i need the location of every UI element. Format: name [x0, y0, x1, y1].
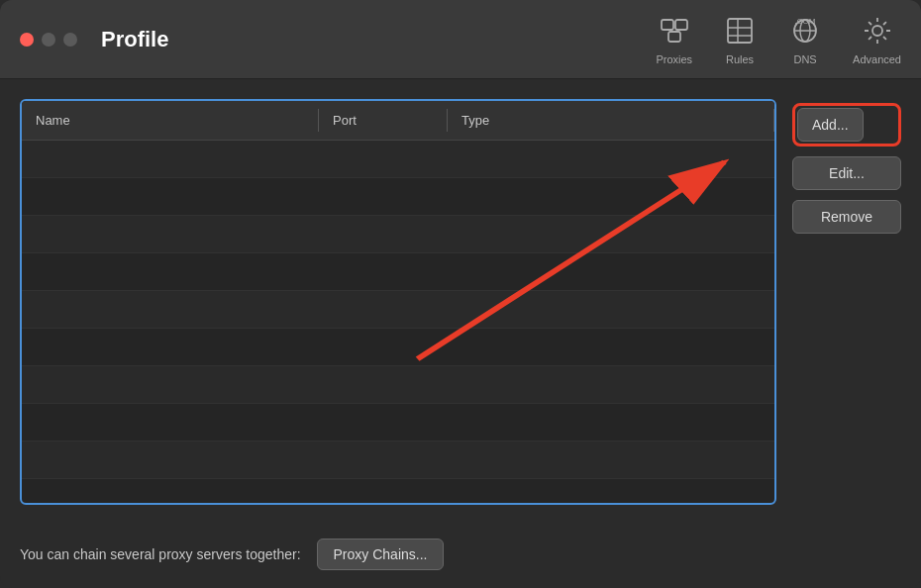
add-button[interactable]: Add...	[797, 108, 864, 142]
toolbar-dns[interactable]: .COM DNS	[787, 13, 823, 65]
svg-line-3	[667, 30, 674, 32]
toolbar-advanced[interactable]: Advanced	[853, 13, 901, 65]
footer: You can chain several proxy servers toge…	[0, 525, 921, 588]
table-body[interactable]	[22, 141, 774, 503]
table-row	[22, 329, 774, 366]
maximize-button[interactable]	[63, 33, 77, 47]
toolbar-rules[interactable]: Rules	[722, 13, 758, 65]
titlebar: Profile Proxies	[0, 0, 921, 79]
proxies-label: Proxies	[656, 53, 692, 65]
dns-label: DNS	[793, 53, 816, 65]
advanced-label: Advanced	[853, 53, 901, 65]
footer-text: You can chain several proxy servers toge…	[20, 546, 301, 562]
table-row	[22, 441, 774, 479]
rules-label: Rules	[726, 53, 754, 65]
add-button-wrapper: Add...	[792, 103, 901, 147]
sidebar-buttons: Add... Edit... Remove	[792, 99, 901, 505]
svg-rect-1	[675, 20, 687, 30]
col-type: Type	[448, 109, 774, 132]
traffic-lights	[20, 33, 77, 47]
dns-icon: .COM	[787, 13, 823, 49]
edit-button[interactable]: Edit...	[792, 156, 901, 190]
svg-rect-0	[662, 20, 673, 30]
svg-point-13	[872, 26, 882, 36]
remove-button[interactable]: Remove	[792, 200, 901, 234]
svg-line-4	[674, 30, 681, 32]
table-row	[22, 141, 774, 178]
add-button-highlight: Add...	[792, 103, 901, 147]
titlebar-left: Profile	[20, 27, 168, 52]
svg-line-20	[883, 22, 886, 25]
table-row	[22, 216, 774, 253]
toolbar-proxies[interactable]: Proxies	[656, 13, 692, 65]
proxy-table: Name Port Type	[20, 99, 776, 505]
svg-line-18	[869, 22, 871, 25]
advanced-icon	[860, 13, 895, 49]
table-row	[22, 178, 774, 216]
col-port: Port	[319, 109, 448, 132]
table-row	[22, 253, 774, 291]
rules-icon	[722, 13, 758, 49]
table-row	[22, 291, 774, 329]
table-row	[22, 366, 774, 404]
svg-line-21	[869, 37, 871, 40]
table-row	[22, 404, 774, 441]
proxies-icon	[657, 13, 692, 49]
minimize-button[interactable]	[42, 33, 55, 47]
proxy-chains-button[interactable]: Proxy Chains...	[317, 539, 445, 570]
content-area: Name Port Type	[0, 79, 921, 525]
main-wrapper: Name Port Type	[0, 79, 921, 588]
table-header: Name Port Type	[22, 101, 774, 141]
close-button[interactable]	[20, 33, 34, 47]
col-name: Name	[22, 109, 319, 132]
svg-rect-2	[668, 32, 680, 42]
main-window: Profile Proxies	[0, 0, 921, 588]
toolbar: Proxies Rules	[656, 13, 901, 65]
svg-rect-5	[728, 19, 752, 43]
window-title: Profile	[101, 27, 168, 52]
svg-line-19	[883, 37, 886, 40]
svg-text:.COM: .COM	[795, 17, 816, 26]
